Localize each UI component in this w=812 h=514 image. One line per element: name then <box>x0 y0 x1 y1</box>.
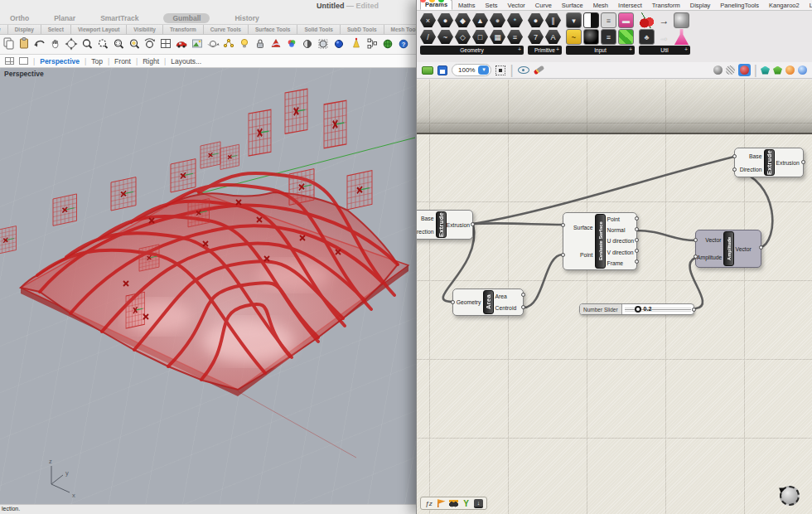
zoom-dropdown-icon[interactable]: ▾ <box>478 65 489 75</box>
graph-mapper-icon[interactable]: ~ <box>566 29 582 45</box>
port-extrusion-out[interactable] <box>471 222 475 226</box>
param-brep-icon[interactable]: ● <box>490 12 505 28</box>
output-area[interactable]: Area <box>495 293 523 299</box>
port-normal-out[interactable] <box>635 227 639 231</box>
rotate-view-icon[interactable] <box>65 38 78 51</box>
toggle-planar[interactable]: Planar <box>54 14 75 22</box>
toggle-gumball[interactable]: Gumball <box>163 13 210 23</box>
group-expand[interactable]: + <box>518 46 521 52</box>
param-plane-icon[interactable]: ◇ <box>455 29 471 45</box>
tab-solid-tools[interactable]: Solid Tools <box>297 25 341 34</box>
port-base-in[interactable] <box>732 154 737 158</box>
gh-tab-vector[interactable]: Vector <box>504 1 529 10</box>
gh-tab-surface[interactable]: Surface <box>558 1 587 10</box>
node-label[interactable]: Extrude <box>764 149 775 176</box>
port-frame-out[interactable] <box>635 259 639 264</box>
port-surface-in[interactable] <box>561 223 565 227</box>
param-point-icon[interactable]: × <box>420 12 436 28</box>
tab-surface-tools[interactable]: Surface Tools <box>249 25 298 34</box>
cherry-picker-icon[interactable] <box>639 12 655 28</box>
zoom-icon[interactable] <box>84 40 92 48</box>
rhino-viewport[interactable]: z y x Perspective <box>0 68 416 504</box>
paste-icon[interactable] <box>21 38 28 49</box>
slider-knob[interactable] <box>635 306 641 313</box>
param-integer-icon[interactable]: ∥ <box>545 12 561 28</box>
cone-icon[interactable] <box>354 38 360 47</box>
node-extrude-2[interactable]: Base Direction Extrude Extrusion <box>734 148 804 177</box>
zoom-extents-icon[interactable] <box>495 65 505 75</box>
value-list-icon[interactable]: ≡ <box>601 29 616 45</box>
output-centroid[interactable]: Centroid <box>495 305 523 311</box>
orbit-icon[interactable] <box>208 41 220 46</box>
sphere-half-icon[interactable] <box>304 41 312 48</box>
node-label[interactable]: Evaluate Surface <box>595 214 606 269</box>
gh-tab-transform[interactable]: Transform <box>648 1 684 10</box>
gh-tab-sets[interactable]: Sets <box>481 1 502 10</box>
port-v-out[interactable] <box>635 249 639 253</box>
input-base[interactable]: Base <box>736 153 762 159</box>
tab-visibility[interactable]: Visibility <box>127 25 163 34</box>
input-base[interactable]: Base <box>417 216 434 221</box>
palette-label-geometry[interactable]: Geometry+ <box>420 46 524 55</box>
tab-set-view[interactable]: Set View <box>0 25 8 34</box>
sphere-blue-icon[interactable] <box>336 41 343 48</box>
open-file-icon[interactable] <box>422 66 433 75</box>
palette-label-primitive[interactable]: Primitive+ <box>528 46 562 55</box>
toggle-history[interactable]: History <box>234 14 259 22</box>
port-point-out[interactable] <box>635 216 639 221</box>
gh-tab-intersect[interactable]: Intersect <box>614 1 646 10</box>
tree-icon[interactable]: ♣ <box>639 29 655 45</box>
panel-icon[interactable]: ≡ <box>601 12 616 28</box>
node-label[interactable]: Amplitude <box>723 231 734 266</box>
viewport-tab-front[interactable]: Front <box>114 57 131 65</box>
gradient-icon[interactable] <box>618 29 634 45</box>
gem-orange-icon[interactable] <box>785 65 795 75</box>
data-output-arrow-icon[interactable]: → <box>656 12 672 28</box>
param-circle-icon[interactable]: ● <box>437 12 453 28</box>
param-geometry-icon[interactable]: ≡ <box>507 29 523 45</box>
port-amplitude-in[interactable] <box>694 255 698 259</box>
zoom-window-icon[interactable] <box>115 40 123 48</box>
viewport-split-icon[interactable] <box>162 40 171 48</box>
param-boolean-icon[interactable]: ● <box>528 12 544 28</box>
tab-display[interactable]: Display <box>8 25 41 34</box>
shaded-view-icon[interactable] <box>272 40 280 47</box>
sphere-blue-display-icon[interactable] <box>798 65 807 75</box>
output-extrusion[interactable]: Extrusion <box>776 160 803 166</box>
slider-track[interactable]: 0.2 <box>622 304 694 314</box>
data-input-arrow-icon[interactable]: → <box>656 29 672 45</box>
save-file-icon[interactable] <box>437 65 447 75</box>
input-geometry[interactable]: Geometry <box>454 299 481 305</box>
gem-green-icon[interactable] <box>773 66 782 75</box>
viewport-grid-icon[interactable] <box>5 57 14 65</box>
preview-wire-icon[interactable] <box>726 65 735 75</box>
port-area-out[interactable] <box>521 293 525 297</box>
flask-icon[interactable] <box>674 29 689 45</box>
tab-subd-tools[interactable]: SubD Tools <box>341 25 384 34</box>
zoom-selected-icon[interactable] <box>131 40 139 48</box>
param-box-icon[interactable]: □ <box>472 29 488 45</box>
param-snowflake-icon[interactable]: * <box>507 12 523 28</box>
input-direction[interactable]: Direction <box>417 229 434 235</box>
sketch-pen-icon[interactable] <box>534 68 544 72</box>
gh-tab-panelingtools[interactable]: PanelingTools <box>716 1 763 10</box>
toggle-smarttrack[interactable]: SmartTrack <box>100 14 138 22</box>
output-u-direction[interactable]: U direction <box>607 238 636 244</box>
boolean-toggle-icon[interactable] <box>583 12 599 28</box>
group-expand[interactable]: + <box>629 46 632 52</box>
pan-hand-icon[interactable] <box>52 40 58 48</box>
port-direction-in[interactable] <box>732 167 737 172</box>
viewport-tab-perspective[interactable]: Perspective <box>40 57 80 65</box>
node-amplitude[interactable]: Vector Amplitude Amplitude Vector <box>695 230 761 268</box>
param-curve-icon[interactable]: ◆ <box>455 12 471 28</box>
output-normal[interactable]: Normal <box>607 227 636 233</box>
color-wheel-icon[interactable] <box>288 40 296 47</box>
colour-swatch-icon[interactable]: ▬ <box>618 12 634 28</box>
hierarchy-icon[interactable] <box>368 39 377 48</box>
node-label[interactable]: Area <box>483 290 494 314</box>
output-point[interactable]: Point <box>607 216 636 222</box>
port-geometry-in[interactable] <box>451 300 455 304</box>
port-extrusion-out[interactable] <box>801 160 805 164</box>
port-slider-out[interactable] <box>692 308 696 312</box>
gh-tab-display[interactable]: Display <box>686 1 715 10</box>
